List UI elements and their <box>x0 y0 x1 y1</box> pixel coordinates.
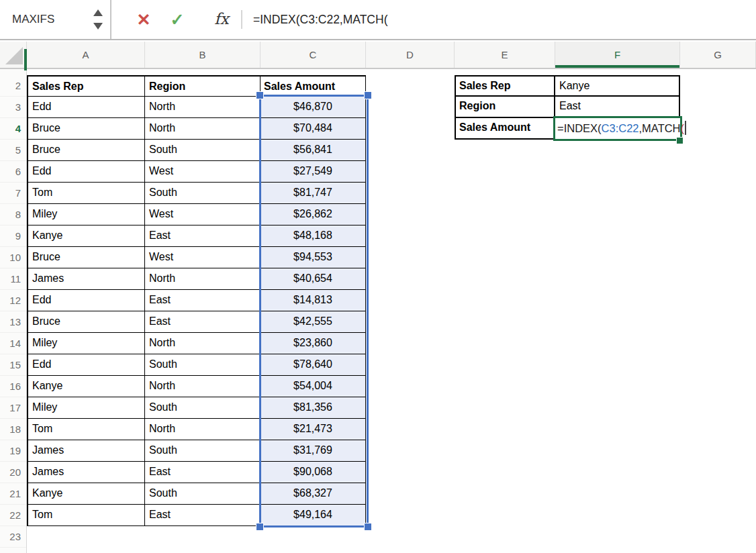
cell[interactable]: South <box>145 183 261 204</box>
cell[interactable]: $81,747 <box>261 183 366 204</box>
confirm-icon[interactable]: ✓ <box>165 0 189 39</box>
row-number-5[interactable]: 5 <box>0 140 26 161</box>
cell[interactable]: $90,068 <box>261 462 366 483</box>
cell[interactable]: Miley <box>27 333 145 354</box>
cell[interactable]: James <box>27 462 145 483</box>
cell[interactable]: Edd <box>27 161 145 183</box>
cell[interactable]: Bruce <box>27 311 145 333</box>
cell[interactable]: Miley <box>27 204 145 225</box>
cell[interactable]: $23,860 <box>261 333 366 354</box>
lookup-label[interactable]: Region <box>455 97 555 118</box>
active-cell-f4-edit[interactable]: =INDEX(C3:C22,MATCH( <box>553 116 682 141</box>
fill-handle[interactable] <box>676 137 683 144</box>
cell[interactable]: North <box>145 419 261 440</box>
cell[interactable]: West <box>145 161 261 183</box>
cell[interactable]: $46,870 <box>261 97 366 118</box>
row-number-7[interactable]: 7 <box>0 183 26 204</box>
name-box-stepper[interactable] <box>93 9 103 30</box>
column-header-e[interactable]: E <box>455 42 555 68</box>
lookup-value[interactable]: Kanye <box>555 75 680 97</box>
cell[interactable]: South <box>145 483 261 505</box>
cell[interactable]: $40,654 <box>261 268 366 290</box>
cell[interactable]: Edd <box>27 290 145 311</box>
cell[interactable]: Kanye <box>27 225 145 247</box>
column-header-b[interactable]: B <box>145 42 261 68</box>
cell[interactable]: South <box>145 397 261 419</box>
cancel-icon[interactable]: ✕ <box>132 0 156 39</box>
cell[interactable]: Tom <box>27 419 145 440</box>
row-number-9[interactable]: 9 <box>0 225 26 247</box>
row-number-14[interactable]: 14 <box>0 333 26 354</box>
cell[interactable]: Kanye <box>27 483 145 505</box>
stepper-up-icon[interactable] <box>93 9 103 16</box>
cell[interactable]: $27,549 <box>261 161 366 183</box>
name-box-value[interactable]: MAXIFS <box>12 0 54 39</box>
cell[interactable]: South <box>145 354 261 376</box>
header-cell[interactable]: Sales Rep <box>27 75 145 97</box>
row-number-20[interactable]: 20 <box>0 462 26 483</box>
cell[interactable]: Edd <box>27 354 145 376</box>
header-cell[interactable]: Sales Amount <box>261 75 366 97</box>
lookup-label[interactable]: Sales Amount <box>455 118 555 140</box>
cell[interactable]: Kanye <box>27 376 145 397</box>
cell[interactable]: $42,555 <box>261 311 366 333</box>
row-number-11[interactable]: 11 <box>0 268 26 290</box>
formula-input[interactable]: =INDEX(C3:C22,MATCH( <box>253 0 387 39</box>
cell[interactable]: $68,327 <box>261 483 366 505</box>
column-header-f[interactable]: F <box>555 42 680 68</box>
stepper-down-icon[interactable] <box>93 23 103 30</box>
cell[interactable]: North <box>145 268 261 290</box>
cell[interactable]: East <box>145 290 261 311</box>
cell[interactable]: North <box>145 97 261 118</box>
cell[interactable]: Bruce <box>27 247 145 268</box>
row-number-15[interactable]: 15 <box>0 354 26 376</box>
cell[interactable]: Bruce <box>27 140 145 161</box>
cell[interactable]: East <box>145 311 261 333</box>
cell[interactable]: $54,004 <box>261 376 366 397</box>
cell[interactable]: East <box>145 225 261 247</box>
cell[interactable]: $31,769 <box>261 440 366 462</box>
cell[interactable]: Tom <box>27 505 145 526</box>
cell[interactable]: Tom <box>27 183 145 204</box>
row-number-13[interactable]: 13 <box>0 311 26 333</box>
cell[interactable]: $14,813 <box>261 290 366 311</box>
cell[interactable]: West <box>145 247 261 268</box>
row-number-21[interactable]: 21 <box>0 483 26 505</box>
cell[interactable]: James <box>27 440 145 462</box>
cell[interactable]: Edd <box>27 97 145 118</box>
cell[interactable]: North <box>145 118 261 140</box>
column-header-a[interactable]: A <box>27 42 145 68</box>
cell[interactable]: West <box>145 204 261 225</box>
cell[interactable]: South <box>145 440 261 462</box>
cell[interactable]: East <box>145 462 261 483</box>
row-number-8[interactable]: 8 <box>0 204 26 225</box>
cell[interactable]: $78,640 <box>261 354 366 376</box>
row-number-19[interactable]: 19 <box>0 440 26 462</box>
row-number-16[interactable]: 16 <box>0 376 26 397</box>
cell[interactable]: $56,841 <box>261 140 366 161</box>
cell[interactable]: $94,553 <box>261 247 366 268</box>
row-number-22[interactable]: 22 <box>0 505 26 526</box>
cell[interactable]: $70,484 <box>261 118 366 140</box>
row-number-3[interactable]: 3 <box>0 97 26 118</box>
cell[interactable]: East <box>145 505 261 526</box>
insert-function-icon[interactable]: fx <box>208 0 235 39</box>
row-number-10[interactable]: 10 <box>0 247 26 268</box>
cell[interactable]: South <box>145 140 261 161</box>
column-header-g[interactable]: G <box>680 42 756 68</box>
cell[interactable]: Miley <box>27 397 145 419</box>
row-number-18[interactable]: 18 <box>0 419 26 440</box>
cell[interactable]: Bruce <box>27 118 145 140</box>
cell[interactable]: $48,168 <box>261 225 366 247</box>
name-box[interactable]: MAXIFS <box>0 0 110 39</box>
cell[interactable]: James <box>27 268 145 290</box>
row-number-17[interactable]: 17 <box>0 397 26 419</box>
row-number-23[interactable]: 23 <box>0 526 26 548</box>
row-number-6[interactable]: 6 <box>0 161 26 183</box>
cell[interactable]: $49,164 <box>261 505 366 526</box>
cell[interactable]: $81,356 <box>261 397 366 419</box>
cell-formula-text[interactable]: =INDEX(C3:C22,MATCH( <box>557 118 686 139</box>
row-number-12[interactable]: 12 <box>0 290 26 311</box>
header-cell[interactable]: Region <box>145 75 261 97</box>
cell[interactable]: North <box>145 376 261 397</box>
